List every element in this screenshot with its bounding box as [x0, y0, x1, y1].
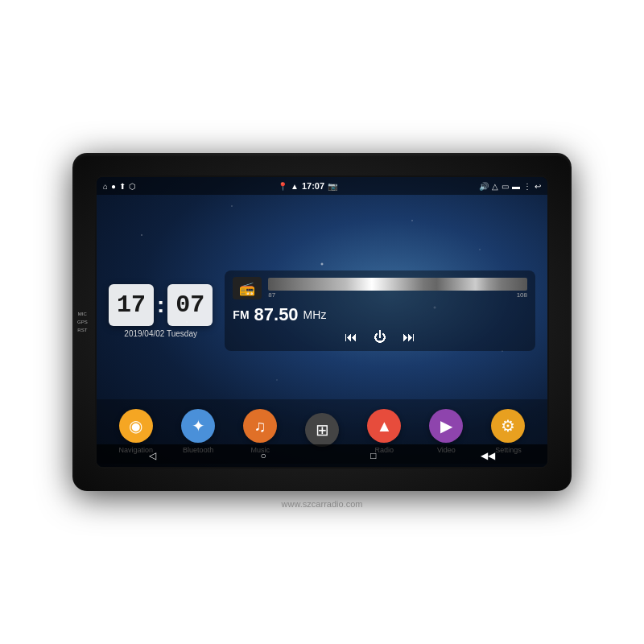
bottom-nav-btn-2[interactable]: □ — [370, 450, 376, 461]
side-labels: MIC GPS RST — [77, 312, 88, 332]
status-right: 🔊 △ ▭ ▬ ⋮ ↩ — [479, 182, 541, 191]
status-left: ⌂ ● ⬆ ⬡ — [103, 182, 136, 191]
navigation-icon: ◉ — [119, 409, 153, 443]
minimize-icon: ▬ — [512, 182, 520, 191]
main-content: 17 : 07 2019/04/02 Tuesday 📻 — [97, 195, 547, 427]
watermark: www.szcarradio.com — [282, 499, 363, 509]
radio-antenna-icon: 📻 — [239, 281, 255, 296]
clock-widget: 17 : 07 2019/04/02 Tuesday — [109, 284, 213, 338]
signal-icon: ⬡ — [129, 182, 136, 191]
screen-bezel: ⌂ ● ⬆ ⬡ 📍 ▲ 17:07 📷 🔊 △ ▭ ▬ ⋮ ↩ — [97, 177, 547, 467]
apps-icon: ⊞ — [305, 413, 339, 447]
freq-labels: 87 108 — [268, 291, 527, 299]
prev-button[interactable]: ⏮ — [345, 330, 357, 345]
window-icon: ▭ — [502, 182, 509, 191]
rst-label: RST — [77, 328, 88, 332]
bottom-nav-btn-3[interactable]: ◀◀ — [481, 450, 495, 461]
clock-minute: 07 — [175, 291, 204, 319]
settings-icon: ⚙ — [491, 409, 525, 443]
eject-icon: △ — [492, 182, 498, 191]
radio-frequency: 87.50 — [254, 304, 299, 325]
clock-hour: 17 — [117, 291, 146, 319]
bluetooth-status-icon: ⬆ — [119, 182, 126, 191]
status-time: 17:07 — [302, 181, 324, 191]
video-icon: ▶ — [429, 409, 463, 443]
radio-top: 📻 87 108 — [233, 277, 527, 299]
clock-hour-block: 17 — [109, 284, 154, 326]
bottom-nav-btn-1[interactable]: ○ — [260, 450, 266, 461]
screen-background: ⌂ ● ⬆ ⬡ 📍 ▲ 17:07 📷 🔊 △ ▭ ▬ ⋮ ↩ — [97, 177, 547, 467]
dot-icon: ● — [111, 182, 116, 191]
gps-label: GPS — [77, 320, 88, 324]
more-icon: ⋮ — [523, 182, 531, 191]
home-icon: ⌂ — [103, 182, 108, 191]
status-bar: ⌂ ● ⬆ ⬡ 📍 ▲ 17:07 📷 🔊 △ ▭ ▬ ⋮ ↩ — [97, 177, 547, 195]
freq-display: 87 108 — [268, 278, 527, 299]
clock-digits: 17 : 07 — [109, 284, 213, 326]
status-center: 📍 ▲ 17:07 📷 — [278, 181, 337, 191]
fm-label: FM — [233, 308, 249, 321]
clock-colon: : — [157, 284, 164, 326]
radio-middle: FM 87.50 MHz — [233, 304, 527, 325]
bluetooth-icon: ✦ — [181, 409, 215, 443]
clock-minute-block: 07 — [167, 284, 213, 326]
car-radio-device: MIC GPS RST ⌂ ● ⬆ ⬡ 📍 ▲ 17:07 📷 — [72, 153, 572, 491]
clock-date: 2019/04/02 Tuesday — [124, 329, 197, 338]
gps-status-icon: 📍 — [278, 182, 287, 191]
radio-widget: 📻 87 108 FM 87.50 MHz — [225, 270, 535, 351]
radio-icon-box: 📻 — [233, 277, 262, 299]
radio-icon: ▲ — [367, 409, 401, 443]
power-button[interactable]: ⏻ — [374, 330, 386, 345]
freq-max: 108 — [517, 291, 527, 299]
music-icon: ♫ — [243, 409, 277, 443]
mhz-label: MHz — [303, 308, 327, 321]
back-icon: ↩ — [535, 182, 541, 191]
freq-min: 87 — [268, 291, 275, 299]
mic-label: MIC — [77, 312, 88, 316]
next-button[interactable]: ⏭ — [402, 330, 415, 345]
wifi-icon: ▲ — [291, 182, 299, 191]
volume-icon: 🔊 — [479, 182, 489, 191]
radio-controls: ⏮ ⏻ ⏭ — [233, 330, 527, 345]
bottom-nav-btn-0[interactable]: ◁ — [149, 450, 156, 461]
camera-status-icon: 📷 — [328, 182, 337, 191]
bottom-nav: ◁○□◀◀ — [97, 444, 547, 467]
freq-bar — [268, 278, 527, 291]
